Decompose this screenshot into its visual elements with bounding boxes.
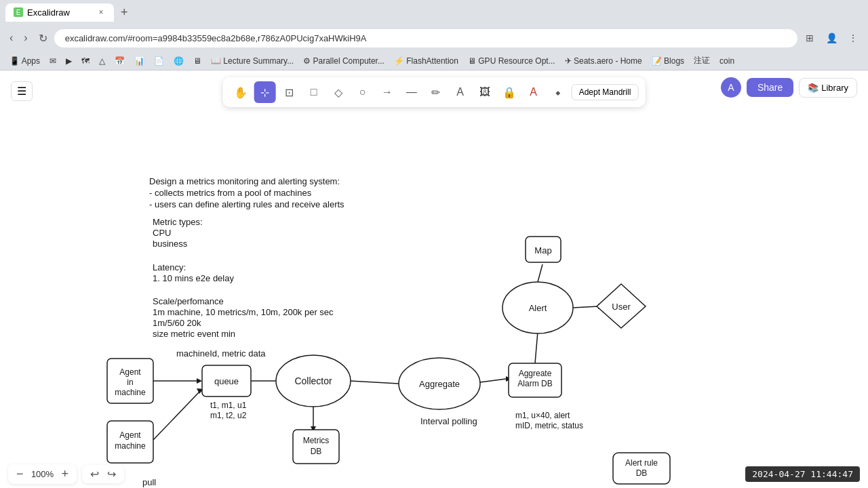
bookmark-sheets[interactable]: 📊 [130, 55, 149, 67]
metrics-db-text1: Metrics [303, 436, 330, 445]
bookmark-parallel[interactable]: ⚙ Parallel Computer... [299, 55, 389, 67]
metric-cpu: CPU [153, 228, 171, 238]
metric-business: business [153, 239, 188, 249]
tool-ellipse[interactable]: ○ [352, 81, 374, 103]
description-line3: - users can define alerting rules and re… [149, 199, 344, 209]
bookmark-cert[interactable]: 注证 [690, 54, 714, 68]
excalidraw-canvas: ☰ ✋ ⊹ ⊡ □ ◇ ○ → — ✏ A 🖼 🔒 A ⬥ Adept Mand… [0, 70, 868, 488]
undo-button[interactable]: ↩ [87, 468, 102, 481]
nav-icons: ⊞ 👤 ⋮ [800, 28, 863, 47]
tool-lock[interactable]: 🔒 [498, 81, 520, 103]
diagram-svg: Design a metrics monitoring and alerting… [0, 70, 868, 488]
forward-button[interactable]: › [20, 29, 31, 47]
redo-button[interactable]: ↪ [104, 468, 119, 481]
tool-extra[interactable]: ⬥ [547, 81, 569, 103]
queue-text: queue [214, 376, 239, 386]
tab-favicon: E [14, 7, 23, 17]
alert-text: Alert [529, 303, 547, 313]
tool-diamond[interactable]: ◇ [328, 81, 349, 103]
library-label: Library [821, 83, 848, 93]
nav-bar: ‹ › ↻ ⊞ 👤 ⋮ [0, 24, 868, 52]
tool-image[interactable]: 🖼 [474, 81, 496, 103]
extensions-button[interactable]: ⊞ [800, 28, 819, 47]
tool-frame[interactable]: ⊡ [279, 81, 300, 103]
reload-button[interactable]: ↻ [35, 29, 52, 47]
tab-close-button[interactable]: × [96, 7, 106, 17]
tool-pen[interactable]: ✏ [425, 81, 447, 103]
metrics-db-text2: DB [311, 447, 322, 456]
agent2-text1: Agent [119, 430, 141, 440]
machineId-label: machineId, metric data [176, 348, 266, 359]
timestamp: 2024-04-27 11:44:47 [745, 466, 860, 482]
bookmarks-bar: 📱 Apps ✉ ▶ 🗺 △ 📅 📊 📄 🌐 🖥 📖 Lecture Summa… [0, 52, 868, 70]
bookmark-blogs[interactable]: 📝 Blogs [648, 55, 688, 67]
scale-item2: 1m/5/60 20k [153, 318, 201, 328]
main-toolbar: ✋ ⊹ ⊡ □ ◇ ○ → — ✏ A 🖼 🔒 A ⬥ Adept Mandri… [223, 77, 646, 107]
tool-line[interactable]: — [401, 81, 422, 103]
latency-item1: 1. 10 mins e2e delay [153, 273, 234, 283]
description-line2: - collects metrics from a pool of machin… [149, 188, 312, 198]
back-button[interactable]: ‹ [5, 29, 17, 47]
bookmark-lecture[interactable]: 📖 Lecture Summary... [207, 55, 298, 67]
bookmark-maps[interactable]: 🗺 [77, 55, 94, 67]
bookmark-cal[interactable]: 📅 [111, 55, 129, 67]
latency-label: Latency: [153, 262, 186, 272]
agent2-text2: machine [115, 441, 146, 451]
tool-select[interactable]: ⊹ [254, 81, 276, 103]
share-button[interactable]: Share [747, 78, 793, 97]
scale-label: Scale/perfomance [153, 296, 224, 306]
metric-types-label: Metric types: [153, 217, 203, 227]
tool-rect[interactable]: □ [303, 81, 325, 103]
collector-text: Collector [294, 375, 332, 386]
scale-item1: 1m machine, 10 metrics/m, 10m, 200k per … [153, 307, 334, 317]
label-t1m1u1: t1, m1, u1 [210, 401, 247, 410]
tool-hand[interactable]: ✋ [230, 81, 252, 103]
bookmark-gmail[interactable]: ✉ [45, 55, 60, 67]
agent1-text2: in [127, 378, 133, 387]
user-text: User [612, 302, 631, 312]
undo-redo-controls: ↩ ↪ [82, 465, 124, 483]
interval-polling-label: Interval polling [420, 416, 477, 426]
user-avatar: A [721, 77, 741, 98]
description-line1: Design a metrics monitoring and alerting… [149, 176, 340, 186]
bookmark-drive[interactable]: △ [95, 55, 109, 67]
adept-mandrill-button[interactable]: Adept Mandrill [572, 84, 639, 100]
address-bar[interactable] [54, 29, 797, 47]
bookmark-seats[interactable]: ✈ Seats.aero - Home [561, 55, 646, 67]
bookmark-apps[interactable]: 📱 Apps [5, 55, 44, 67]
alarm-db-text1: Aggreate [519, 369, 552, 378]
bottom-bar: − 100% + ↩ ↪ 2024-04-27 11:44:47 [0, 460, 868, 488]
aggregate-text: Aggregate [419, 379, 460, 389]
map-text: Map [534, 245, 551, 256]
bookmark-slides[interactable]: 🖥 [189, 55, 205, 67]
profile-button[interactable]: 👤 [822, 28, 841, 47]
agent1-text3: machine [115, 388, 146, 397]
tool-text[interactable]: A [450, 81, 471, 103]
agent1-text1: Agent [119, 367, 141, 377]
label-m1u40: m1, u×40, alert [515, 411, 570, 420]
tab-title: Excalidraw [27, 7, 70, 18]
tool-color[interactable]: A [523, 81, 545, 103]
bookmark-youtube[interactable]: ▶ [62, 55, 76, 67]
alarm-db-text2: Alarm DB [517, 379, 552, 388]
zoom-value: 100% [31, 469, 55, 479]
zoom-controls: − 100% + [8, 464, 77, 484]
library-button[interactable]: 📚 Library [799, 78, 857, 98]
zoom-in-button[interactable]: + [59, 467, 72, 481]
library-icon: 📚 [808, 83, 818, 93]
zoom-out-button[interactable]: − [14, 467, 26, 481]
bookmark-flash[interactable]: ⚡ FlashAttention [390, 55, 462, 67]
bookmark-gpu[interactable]: 🖥 GPU Resource Opt... [464, 55, 559, 67]
bookmark-docs[interactable]: 📄 [150, 55, 168, 67]
bookmark-coin[interactable]: coin [715, 55, 738, 67]
menu-button[interactable]: ⋮ [844, 28, 863, 47]
scale-item3: size metric event min [153, 329, 235, 339]
bookmark-chrome[interactable]: 🌐 [170, 55, 188, 67]
label-mID: mID, metric, status [515, 421, 583, 430]
new-tab-button[interactable]: + [117, 4, 132, 21]
top-right-controls: A Share 📚 Library [721, 77, 857, 98]
title-bar: E Excalidraw × + [0, 0, 868, 24]
browser-tab[interactable]: E Excalidraw × [5, 3, 114, 22]
tool-arrow[interactable]: → [376, 81, 398, 103]
sidebar-toggle-button[interactable]: ☰ [11, 81, 33, 101]
